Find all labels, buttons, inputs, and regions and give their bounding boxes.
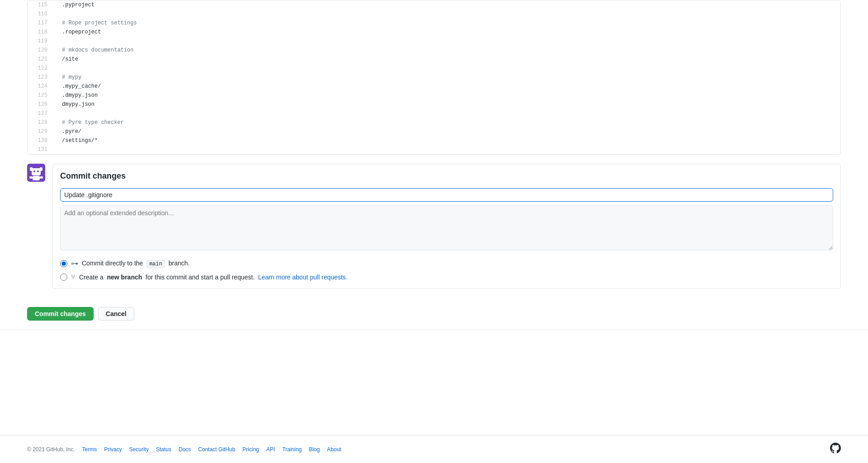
table-row: 115.pyproject	[28, 0, 840, 9]
footer-link[interactable]: Training	[282, 446, 302, 453]
commit-section: Commit changes ⊶ Commit directly to the …	[27, 164, 841, 289]
line-content	[55, 109, 840, 118]
commit-icon: ⊶	[71, 259, 78, 268]
table-row: 123# mypy	[28, 73, 840, 82]
line-number: 124	[28, 82, 55, 91]
footer-link[interactable]: API	[266, 446, 275, 453]
cancel-button[interactable]: Cancel	[98, 307, 134, 321]
avatar	[27, 164, 45, 182]
line-content: .pyproject	[55, 0, 840, 9]
table-row: 124.mypy_cache/	[28, 82, 840, 91]
line-content: .mypy_cache/	[55, 82, 840, 91]
line-content	[55, 9, 840, 19]
line-number: 120	[28, 46, 55, 55]
table-row: 130/settings/*	[28, 136, 840, 145]
line-number: 122	[28, 64, 55, 73]
footer-link[interactable]: Pricing	[242, 446, 259, 453]
commit-description-textarea[interactable]	[60, 205, 833, 250]
line-content: /site	[55, 55, 840, 64]
line-number: 116	[28, 9, 55, 19]
line-content: .dmypy.json	[55, 91, 840, 100]
footer-links: © 2021 GitHub, Inc. TermsPrivacySecurity…	[27, 446, 341, 453]
line-number: 129	[28, 127, 55, 136]
radio-new-branch-option[interactable]: ⑂ Create a new branch for this commit an…	[60, 273, 833, 281]
line-content: .ropeproject	[55, 28, 840, 37]
radio-new-label: Create a new branch for this commit and …	[79, 274, 348, 281]
github-footer-logo	[830, 443, 841, 456]
line-number: 118	[28, 28, 55, 37]
svg-rect-3	[32, 168, 41, 175]
footer-divider	[0, 330, 868, 330]
table-row: 119	[28, 37, 840, 46]
svg-rect-7	[29, 176, 33, 179]
footer-link[interactable]: Terms	[82, 446, 97, 453]
commit-title-input[interactable]	[60, 188, 833, 202]
line-content: .pyre/	[55, 127, 840, 136]
branch-name-code: main	[146, 260, 165, 268]
line-number: 117	[28, 19, 55, 28]
line-number: 128	[28, 118, 55, 127]
code-viewer: 115.pyproject116117# Rope project settin…	[27, 0, 841, 155]
table-row: 117# Rope project settings	[28, 19, 840, 28]
table-row: 131	[28, 145, 840, 154]
commit-form: Commit changes ⊶ Commit directly to the …	[52, 164, 841, 289]
line-content: # Pyre type checker	[55, 118, 840, 127]
footer-link[interactable]: Contact GitHub	[198, 446, 235, 453]
svg-rect-6	[33, 176, 40, 180]
commit-changes-button[interactable]: Commit changes	[27, 307, 94, 321]
code-table: 115.pyproject116117# Rope project settin…	[28, 0, 840, 154]
line-number: 121	[28, 55, 55, 64]
footer-link[interactable]: Status	[156, 446, 171, 453]
footer: © 2021 GitHub, Inc. TermsPrivacySecurity…	[0, 435, 868, 463]
line-content: # mkdocs documentation	[55, 46, 840, 55]
radio-direct-branch-option[interactable]: ⊶ Commit directly to the main branch.	[60, 259, 833, 268]
line-number: 123	[28, 73, 55, 82]
footer-link[interactable]: Docs	[179, 446, 191, 453]
line-number: 115	[28, 0, 55, 9]
radio-new-input[interactable]	[60, 274, 67, 281]
learn-more-link[interactable]: Learn more about pull requests.	[258, 274, 348, 281]
footer-link[interactable]: Security	[129, 446, 149, 453]
table-row: 118.ropeproject	[28, 28, 840, 37]
pull-request-icon: ⑂	[71, 273, 75, 281]
line-content: dmypy.json	[55, 100, 840, 109]
radio-direct-label: Commit directly to the main branch.	[82, 260, 189, 267]
line-number: 131	[28, 145, 55, 154]
button-row: Commit changes Cancel	[27, 307, 841, 321]
svg-rect-5	[37, 170, 39, 172]
footer-link[interactable]: About	[327, 446, 341, 453]
table-row: 122	[28, 64, 840, 73]
line-content: # Rope project settings	[55, 19, 840, 28]
radio-direct-input[interactable]	[60, 260, 67, 267]
table-row: 127	[28, 109, 840, 118]
line-content	[55, 145, 840, 154]
table-row: 128# Pyre type checker	[28, 118, 840, 127]
footer-link[interactable]: Blog	[309, 446, 320, 453]
table-row: 116	[28, 9, 840, 19]
line-number: 119	[28, 37, 55, 46]
table-row: 125.dmypy.json	[28, 91, 840, 100]
table-row: 121/site	[28, 55, 840, 64]
github-avatar-icon	[27, 164, 45, 182]
line-number: 125	[28, 91, 55, 100]
commit-form-title: Commit changes	[60, 171, 833, 181]
line-content: # mypy	[55, 73, 840, 82]
svg-rect-4	[33, 170, 35, 172]
svg-rect-8	[40, 176, 43, 179]
branch-options: ⊶ Commit directly to the main branch. ⑂ …	[60, 259, 833, 281]
table-row: 126dmypy.json	[28, 100, 840, 109]
footer-links-list: TermsPrivacySecurityStatusDocsContact Gi…	[82, 446, 341, 453]
line-number: 126	[28, 100, 55, 109]
line-content	[55, 37, 840, 46]
table-row: 120# mkdocs documentation	[28, 46, 840, 55]
new-branch-bold: new branch	[107, 274, 142, 281]
line-number: 127	[28, 109, 55, 118]
line-content: /settings/*	[55, 136, 840, 145]
footer-link[interactable]: Privacy	[104, 446, 122, 453]
line-number: 130	[28, 136, 55, 145]
table-row: 129.pyre/	[28, 127, 840, 136]
line-content	[55, 64, 840, 73]
footer-copyright: © 2021 GitHub, Inc.	[27, 446, 75, 453]
